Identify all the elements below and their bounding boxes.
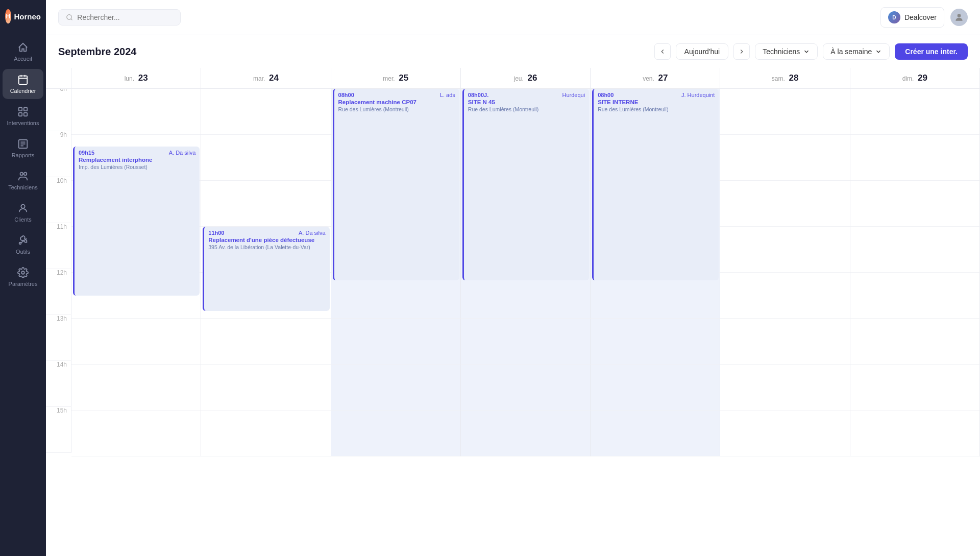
- day-name-thu: jeu.: [514, 75, 524, 82]
- chevron-left-icon: [659, 48, 666, 55]
- sidebar-nav: Accueil Calendrier Interventions: [0, 33, 46, 296]
- event-card-1[interactable]: 11h00 A. Da silva Replacement d'une pièc…: [203, 227, 329, 311]
- day-cell-5-0[interactable]: [71, 319, 201, 365]
- next-week-button[interactable]: [733, 43, 750, 60]
- sidebar-item-parametres[interactable]: Paramètres: [3, 262, 43, 292]
- interventions-icon: [17, 106, 29, 117]
- time-label-15h: 15h: [46, 407, 71, 453]
- sidebar-item-clients[interactable]: Clients: [3, 198, 43, 228]
- header-right: D Dealcover: [880, 7, 968, 28]
- time-label-8h: 8h: [46, 89, 71, 131]
- prev-week-button[interactable]: [654, 43, 671, 60]
- sidebar-item-label: Accueil: [14, 56, 32, 62]
- view-filter-button[interactable]: À la semaine: [823, 43, 890, 60]
- day-cell-5-6[interactable]: [850, 319, 980, 365]
- day-cell-5-3[interactable]: [461, 319, 591, 365]
- day-cell-3-5[interactable]: [720, 227, 850, 273]
- day-name-wed: mer.: [383, 75, 395, 82]
- day-cell-6-5[interactable]: [720, 365, 850, 410]
- day-cell-1-6[interactable]: [850, 135, 980, 181]
- day-cell-4-5[interactable]: [720, 273, 850, 319]
- chevron-down-icon-2: [875, 48, 882, 55]
- day-cell-6-0[interactable]: [71, 365, 201, 410]
- day-header-thu: jeu. 26: [461, 68, 591, 88]
- sidebar-item-label: Outils: [16, 249, 30, 255]
- day-cell-0-6[interactable]: [850, 89, 980, 135]
- svg-point-12: [20, 173, 23, 176]
- sidebar-item-techniciens[interactable]: Techniciens: [3, 165, 43, 196]
- techniciens-filter-button[interactable]: Techniciens: [755, 43, 818, 60]
- day-header-sat: sam. 28: [720, 68, 850, 88]
- home-icon: [17, 42, 29, 53]
- day-cell-7-1[interactable]: [201, 410, 331, 456]
- sidebar-item-label: Clients: [14, 216, 32, 223]
- main-content: D Dealcover Septembre 2024 Aujourd'hui T: [46, 0, 980, 556]
- event-card-0[interactable]: 09h15 A. Da silva Remplacement interphon…: [73, 147, 200, 296]
- day-cell-3-6[interactable]: [850, 227, 980, 273]
- svg-point-17: [21, 271, 24, 274]
- day-cell-6-2[interactable]: [331, 365, 461, 410]
- search-box[interactable]: [58, 9, 181, 26]
- sidebar-item-label: Interventions: [7, 120, 39, 126]
- day-cell-1-1[interactable]: [201, 135, 331, 181]
- calendar-controls: Aujourd'hui Techniciens À la semaine Cré…: [654, 43, 968, 60]
- search-input[interactable]: [77, 13, 173, 21]
- day-cell-7-6[interactable]: [850, 410, 980, 456]
- sidebar-item-accueil[interactable]: Accueil: [3, 37, 43, 67]
- time-label-10h: 10h: [46, 177, 71, 223]
- sidebar-item-label: Calendrier: [10, 88, 36, 94]
- day-cell-7-3[interactable]: [461, 410, 591, 456]
- svg-rect-6: [19, 113, 22, 116]
- time-label-11h: 11h: [46, 223, 71, 269]
- create-intervention-button[interactable]: Créer une inter.: [895, 43, 968, 60]
- day-cell-7-4[interactable]: [591, 410, 720, 456]
- time-label-14h: 14h: [46, 361, 71, 407]
- day-cell-7-5[interactable]: [720, 410, 850, 456]
- day-cell-4-6[interactable]: [850, 273, 980, 319]
- day-cell-5-5[interactable]: [720, 319, 850, 365]
- day-cell-2-1[interactable]: [201, 181, 331, 227]
- day-cell-2-5[interactable]: [720, 181, 850, 227]
- clients-icon: [17, 203, 29, 214]
- sidebar-item-calendrier[interactable]: Calendrier: [3, 69, 43, 99]
- today-button[interactable]: Aujourd'hui: [676, 43, 729, 60]
- day-cell-6-1[interactable]: [201, 365, 331, 410]
- svg-point-15: [19, 243, 21, 245]
- day-cell-6-6[interactable]: [850, 365, 980, 410]
- sidebar-item-interventions[interactable]: Interventions: [3, 101, 43, 131]
- event-card-3[interactable]: 08h00J. Hurdequi SITE N 45 Rue des Lumiè…: [462, 89, 589, 280]
- time-label-9h: 9h: [46, 131, 71, 177]
- sidebar-item-rapports[interactable]: Rapports: [3, 133, 43, 163]
- day-header-mon: lun. 23: [71, 68, 201, 88]
- day-cell-0-5[interactable]: [720, 89, 850, 135]
- sidebar-item-label: Techniciens: [8, 184, 37, 190]
- event-card-2[interactable]: 08h00 L. ads Replacement machine CP07 Ru…: [333, 89, 459, 280]
- techniciens-icon: [17, 171, 29, 182]
- parametres-icon: [17, 267, 29, 278]
- day-cell-0-1[interactable]: [201, 89, 331, 135]
- user-avatar[interactable]: [950, 9, 968, 26]
- day-cell-1-5[interactable]: [720, 135, 850, 181]
- day-cell-6-4[interactable]: [591, 365, 720, 410]
- day-name-sat: sam.: [772, 75, 785, 82]
- time-label-12h: 12h: [46, 269, 71, 315]
- svg-rect-0: [19, 76, 28, 85]
- day-cell-0-0[interactable]: [71, 89, 201, 135]
- day-cell-5-4[interactable]: [591, 319, 720, 365]
- svg-point-13: [24, 173, 27, 176]
- calendar-icon: [17, 74, 29, 85]
- time-col-header: [46, 68, 71, 88]
- day-cell-5-1[interactable]: [201, 319, 331, 365]
- day-cell-7-2[interactable]: [331, 410, 461, 456]
- day-cell-6-3[interactable]: [461, 365, 591, 410]
- view-filter-label: À la semaine: [830, 47, 872, 56]
- dealcover-button[interactable]: D Dealcover: [880, 7, 944, 28]
- day-header-row: lun. 23 mar. 24 mer. 25 jeu. 26 ven. 27 …: [46, 68, 980, 89]
- day-cell-2-6[interactable]: [850, 181, 980, 227]
- event-card-4[interactable]: 08h00 J. Hurdequint SITE INTERNE Rue des…: [592, 89, 719, 280]
- time-label-13h: 13h: [46, 315, 71, 361]
- sidebar-item-outils[interactable]: Outils: [3, 230, 43, 260]
- day-cell-7-0[interactable]: [71, 410, 201, 456]
- chevron-right-icon: [738, 48, 745, 55]
- day-cell-5-2[interactable]: [331, 319, 461, 365]
